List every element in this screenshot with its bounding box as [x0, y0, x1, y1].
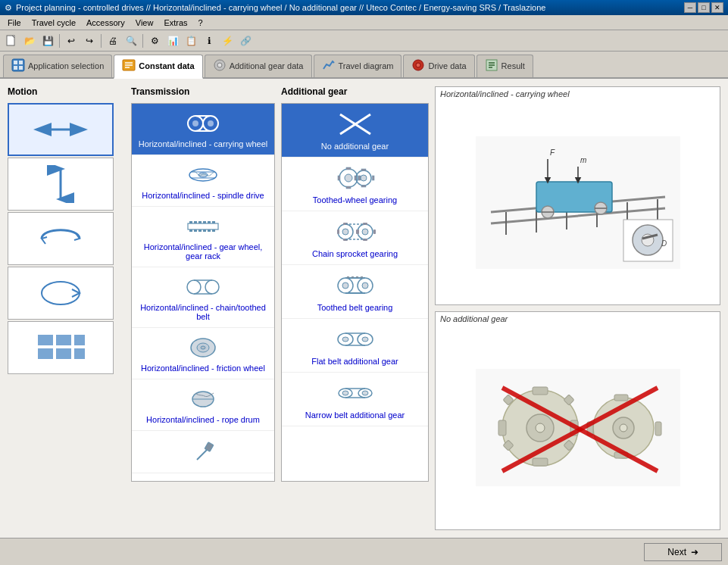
svg-rect-22 — [56, 335, 71, 345]
toolbar-extra2[interactable]: 🔗 — [237, 33, 254, 49]
svg-point-30 — [208, 120, 214, 126]
gear-item-chain-sprocket[interactable]: Chain sprocket gearing — [282, 211, 428, 265]
tab-result[interactable]: Result — [476, 55, 533, 77]
gear-item-flat-belt[interactable]: Flat belt additional gear — [282, 319, 428, 373]
svg-point-51 — [205, 280, 219, 294]
svg-point-64 — [345, 174, 352, 182]
motion-items — [8, 103, 125, 374]
minimize-button[interactable]: ─ — [684, 2, 696, 13]
toolbar-print[interactable]: 🖨 — [105, 33, 121, 49]
svg-point-13 — [416, 63, 420, 67]
svg-point-11 — [217, 63, 222, 67]
toolbar-sep3 — [142, 34, 143, 48]
menubar: File Travel cycle Accessory View Extras … — [0, 15, 728, 30]
trans-item-friction-wheel[interactable]: Horizontal/inclined - friction wheel — [132, 328, 274, 379]
tab-application-selection[interactable]: Application selection — [3, 55, 112, 77]
toolbar-settings[interactable]: ⚙ — [146, 33, 163, 49]
menu-travel-cycle[interactable]: Travel cycle — [27, 17, 80, 28]
toolbar-preview[interactable]: 🔍 — [123, 33, 139, 49]
toolbar-chart[interactable]: 📊 — [164, 33, 181, 49]
trans-item-friction-label: Horizontal/inclined - friction wheel — [141, 364, 265, 373]
flat-belt-icon — [334, 325, 376, 354]
transmission-preview-image: F m α° D — [436, 101, 720, 304]
chain-sprocket-icon — [334, 217, 376, 246]
svg-rect-49 — [212, 229, 215, 232]
svg-rect-5 — [19, 66, 23, 70]
trans-item-gear-rack-label: Horizontal/inclined - gear wheel, gear r… — [136, 242, 270, 261]
menu-view[interactable]: View — [131, 17, 158, 28]
transmission-list[interactable]: Horizontal/inclined - carrying wheel — [131, 103, 275, 482]
additional-gear-panel: Additional gear No additional gear — [281, 86, 429, 530]
trans-item-rope-drum[interactable]: Horizontal/inclined - rope drum — [132, 379, 274, 431]
motion-title: Motion — [8, 86, 125, 97]
svg-point-153 — [620, 424, 627, 432]
svg-rect-85 — [357, 229, 359, 234]
tab-travel-diagram[interactable]: Travel diagram — [314, 55, 402, 77]
svg-rect-151 — [655, 422, 661, 435]
svg-rect-42 — [208, 221, 211, 223]
trans-item-extra[interactable] — [132, 431, 274, 473]
trans-item-spindle-drive[interactable]: Horizontal/inclined - spindle drive — [132, 155, 274, 207]
toolbar-redo[interactable]: ↪ — [81, 33, 98, 49]
motion-item-vertical[interactable] — [8, 158, 114, 211]
titlebar: ⚙ Project planning - controlled drives /… — [0, 0, 728, 15]
tab-constant-data[interactable]: Constant data — [114, 55, 202, 79]
svg-point-82 — [362, 229, 368, 235]
svg-rect-47 — [203, 229, 206, 232]
gear-item-toothed-belt[interactable]: Toothed belt gearing — [282, 265, 428, 319]
gear-item-none[interactable]: No additional gear — [282, 104, 428, 158]
gear-list[interactable]: No additional gear — [281, 103, 429, 482]
motion-item-rotary[interactable] — [8, 212, 114, 265]
menu-accessory[interactable]: Accessory — [82, 17, 130, 28]
toolbar-new[interactable] — [3, 33, 20, 49]
gear-item-toothed-wheel[interactable]: Toothed-wheel gearing — [282, 158, 428, 211]
menu-help[interactable]: ? — [194, 17, 208, 28]
svg-rect-48 — [208, 229, 211, 232]
motion-item-grid[interactable] — [8, 321, 114, 374]
toolbar-table[interactable]: 📋 — [183, 33, 199, 49]
menu-extras[interactable]: Extras — [159, 17, 192, 28]
motion-item-rotary2[interactable] — [8, 267, 114, 320]
titlebar-controls[interactable]: ─ □ ✕ — [684, 2, 723, 13]
titlebar-title: Project planning - controlled drives // … — [16, 3, 545, 12]
toolbar-save[interactable]: 💾 — [39, 33, 56, 49]
svg-rect-97 — [356, 276, 358, 278]
toolbar-extra1[interactable]: ⚡ — [219, 33, 236, 49]
trans-item-chain-label: Horizontal/inclined - chain/toothed belt — [136, 303, 270, 321]
svg-rect-4 — [14, 66, 17, 70]
gear-item-narrow-belt[interactable]: Narrow belt additional gear — [282, 373, 428, 426]
trans-item-gear-rack[interactable]: Horizontal/inclined - gear wheel, gear r… — [132, 207, 274, 267]
svg-rect-25 — [56, 348, 71, 359]
tab-drive-data[interactable]: Drive data — [403, 55, 474, 77]
close-button[interactable]: ✕ — [711, 2, 723, 13]
svg-point-102 — [362, 337, 368, 342]
motion-item-horizontal[interactable] — [8, 103, 114, 156]
transmission-panel: Transmission Horizontal/in — [131, 86, 275, 530]
spindle-icon — [184, 161, 222, 188]
svg-rect-41 — [203, 221, 206, 223]
toolbar-undo[interactable]: ↩ — [63, 33, 80, 49]
gear-item-none-label: No additional gear — [321, 142, 389, 151]
toolbar-open[interactable]: 📂 — [21, 33, 38, 49]
svg-rect-46 — [198, 229, 202, 232]
toothed-wheel-icon — [334, 164, 376, 192]
trans-item-chain-belt[interactable]: Horizontal/inclined - chain/toothed belt — [132, 267, 274, 328]
next-button[interactable]: Next ➜ — [644, 543, 722, 561]
maximize-button[interactable]: □ — [698, 2, 710, 13]
svg-rect-98 — [361, 276, 363, 278]
svg-rect-65 — [346, 167, 351, 170]
tab-additional-gear-data[interactable]: Additional gear data — [205, 55, 312, 77]
gear-preview-image — [436, 326, 720, 529]
trans-item-carrying-wheel[interactable]: Horizontal/inclined - carrying wheel — [132, 104, 274, 155]
tab-result-icon — [485, 58, 498, 73]
toolbar-info[interactable]: ℹ — [201, 33, 217, 49]
menu-file[interactable]: File — [3, 17, 26, 28]
tab-app-icon — [11, 58, 25, 73]
svg-rect-79 — [337, 229, 339, 234]
tab-constant-label: Constant data — [139, 61, 194, 70]
svg-rect-37 — [188, 223, 218, 229]
narrow-belt-icon — [334, 379, 376, 407]
transmission-title: Transmission — [131, 86, 275, 97]
svg-rect-66 — [346, 186, 351, 189]
gear-rack-icon — [184, 213, 222, 239]
